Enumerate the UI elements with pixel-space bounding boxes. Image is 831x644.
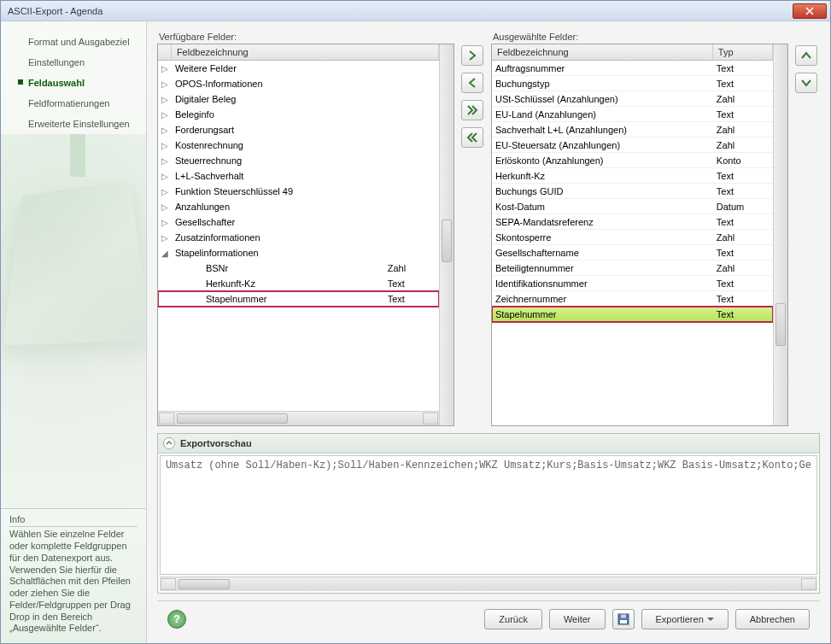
available-hscroll[interactable] <box>158 411 439 425</box>
field-type: Text <box>713 309 773 319</box>
field-type: Text <box>713 79 773 89</box>
selected-field[interactable]: ZeichnernummerText <box>492 291 773 307</box>
preview-header[interactable]: Exportvorschau <box>158 434 819 454</box>
expand-icon[interactable]: ▷ <box>158 233 172 243</box>
selected-field[interactable]: BeteiligtennummerZahl <box>492 261 773 276</box>
selected-field[interactable]: Herkunft-KzText <box>492 168 773 184</box>
field-label: Buchungstyp <box>492 79 713 89</box>
selected-field[interactable]: GesellschafternameText <box>492 245 773 261</box>
available-col-name[interactable]: Feldbezeichnung <box>172 44 439 60</box>
remove-button[interactable] <box>461 73 483 93</box>
expand-icon[interactable]: ▷ <box>158 141 172 150</box>
expand-icon[interactable]: ▷ <box>158 218 172 227</box>
move-down-button[interactable] <box>795 73 817 93</box>
collapse-icon[interactable] <box>163 437 175 449</box>
expand-icon[interactable]: ◢ <box>158 249 172 258</box>
nav-feldauswahl[interactable]: Feldauswahl <box>1 73 146 93</box>
save-button[interactable] <box>612 609 635 629</box>
available-field[interactable]: BSNrZahl <box>158 261 439 276</box>
add-all-button[interactable] <box>461 100 483 120</box>
nav-einstellungen[interactable]: Einstellungen <box>1 52 146 73</box>
field-label: Herkunft-Kz <box>172 278 384 289</box>
selected-field[interactable]: EU-Land (Anzahlungen)Text <box>492 107 773 122</box>
field-label: Identifikationsnummer <box>492 278 713 289</box>
selected-header[interactable]: Feldbezeichnung Typ <box>492 44 773 61</box>
field-label: Erlöskonto (Anzahlungen) <box>492 155 713 166</box>
preview-text[interactable]: Umsatz (ohne Soll/Haben-Kz);Soll/Haben-K… <box>160 455 817 575</box>
selected-vscroll[interactable] <box>773 44 787 425</box>
next-button[interactable]: Weiter <box>549 609 606 629</box>
field-label: EU-Land (Anzahlungen) <box>492 109 713 120</box>
selected-field[interactable]: IdentifikationsnummerText <box>492 276 773 291</box>
available-group[interactable]: ▷Weitere Felder <box>158 61 439 76</box>
close-button[interactable] <box>793 3 827 19</box>
nav-format[interactable]: Format und Ausgabeziel <box>1 32 146 52</box>
lists: Verfügbare Felder: Feldbezeichnung ▷Weit… <box>157 32 820 426</box>
selected-field[interactable]: StapelnummerText <box>492 307 773 322</box>
add-button[interactable] <box>461 45 483 66</box>
expand-icon[interactable]: ▷ <box>158 79 172 89</box>
selected-field[interactable]: Kost-DatumDatum <box>492 199 773 214</box>
selected-field[interactable]: Erlöskonto (Anzahlungen)Konto <box>492 153 773 168</box>
expand-icon[interactable]: ▷ <box>158 187 172 196</box>
selected-col-type[interactable]: Typ <box>713 44 773 60</box>
expand-icon[interactable]: ▷ <box>158 64 172 73</box>
selected-field[interactable]: Sachverhalt L+L (Anzahlungen)Zahl <box>492 122 773 138</box>
field-type: Zahl <box>713 140 773 150</box>
selected-field[interactable]: EU-Steuersatz (Anzahlungen)Zahl <box>492 138 773 153</box>
available-field[interactable]: Herkunft-KzText <box>158 276 439 291</box>
selected-field[interactable]: USt-Schlüssel (Anzahlungen)Zahl <box>492 91 773 107</box>
selected-field[interactable]: SEPA-MandatsreferenzText <box>492 214 773 230</box>
expand-icon[interactable]: ▷ <box>158 202 172 212</box>
selected-grid[interactable]: Feldbezeichnung Typ AuftragsnummerTextBu… <box>491 44 788 426</box>
selected-field[interactable]: BuchungstypText <box>492 76 773 91</box>
selected-col-name[interactable]: Feldbezeichnung <box>492 44 713 60</box>
field-type: Text <box>713 109 773 120</box>
export-preview: Exportvorschau Umsatz (ohne Soll/Haben-K… <box>157 433 820 594</box>
available-group[interactable]: ▷Kostenrechnung <box>158 138 439 153</box>
nav-feldformatierungen[interactable]: Feldformatierungen <box>1 93 146 114</box>
field-type: Text <box>713 186 773 196</box>
expand-icon[interactable]: ▷ <box>158 126 172 135</box>
back-button[interactable]: Zurück <box>484 609 542 629</box>
field-label: Steuerrechnung <box>172 155 439 166</box>
selected-field[interactable]: AuftragsnummerText <box>492 61 773 76</box>
cancel-button[interactable]: Abbrechen <box>735 609 810 629</box>
available-group[interactable]: ▷Gesellschafter <box>158 214 439 230</box>
available-group[interactable]: ▷Zusatzinformationen <box>158 230 439 245</box>
available-group[interactable]: ▷Forderungsart <box>158 122 439 138</box>
chevron-left-icon <box>466 77 478 89</box>
field-label: Buchungs GUID <box>492 186 713 196</box>
field-type: Text <box>384 278 439 289</box>
selected-field[interactable]: SkontosperreZahl <box>492 230 773 245</box>
expand-icon[interactable]: ▷ <box>158 110 172 120</box>
available-header[interactable]: Feldbezeichnung <box>158 44 439 61</box>
available-vscroll[interactable] <box>439 44 454 425</box>
expand-icon[interactable]: ▷ <box>158 95 172 104</box>
available-field[interactable]: StapelnummerText <box>158 291 439 307</box>
field-label: Digitaler Beleg <box>172 94 439 104</box>
available-group[interactable]: ▷Digitaler Beleg <box>158 91 439 107</box>
available-group[interactable]: ▷OPOS-Informationen <box>158 76 439 91</box>
nav-erweiterte[interactable]: Erweiterte Einstellungen <box>1 114 146 134</box>
field-label: Auftragsnummer <box>492 63 713 73</box>
available-group[interactable]: ▷Steuerrechnung <box>158 153 439 168</box>
help-button[interactable]: ? <box>167 610 186 629</box>
remove-all-button[interactable] <box>461 127 483 148</box>
move-up-button[interactable] <box>795 45 817 66</box>
field-label: Beleginfo <box>172 109 439 120</box>
preview-hscroll[interactable] <box>160 577 817 591</box>
available-group[interactable]: ▷Anzahlungen <box>158 199 439 214</box>
expand-icon[interactable]: ▷ <box>158 156 172 166</box>
field-label: SEPA-Mandatsreferenz <box>492 217 713 227</box>
available-group[interactable]: ▷L+L-Sachverhalt <box>158 168 439 184</box>
selected-field[interactable]: Buchungs GUIDText <box>492 184 773 199</box>
available-group[interactable]: ▷Beleginfo <box>158 107 439 122</box>
available-group[interactable]: ◢Stapelinformationen <box>158 245 439 261</box>
expand-icon[interactable]: ▷ <box>158 172 172 181</box>
svg-rect-2 <box>621 614 626 618</box>
export-button[interactable]: Exportieren <box>641 609 729 629</box>
available-group[interactable]: ▷Funktion Steuerschlüssel 49 <box>158 184 439 199</box>
main: Verfügbare Felder: Feldbezeichnung ▷Weit… <box>147 21 830 643</box>
available-grid[interactable]: Feldbezeichnung ▷Weitere Felder▷OPOS-Inf… <box>157 44 454 426</box>
